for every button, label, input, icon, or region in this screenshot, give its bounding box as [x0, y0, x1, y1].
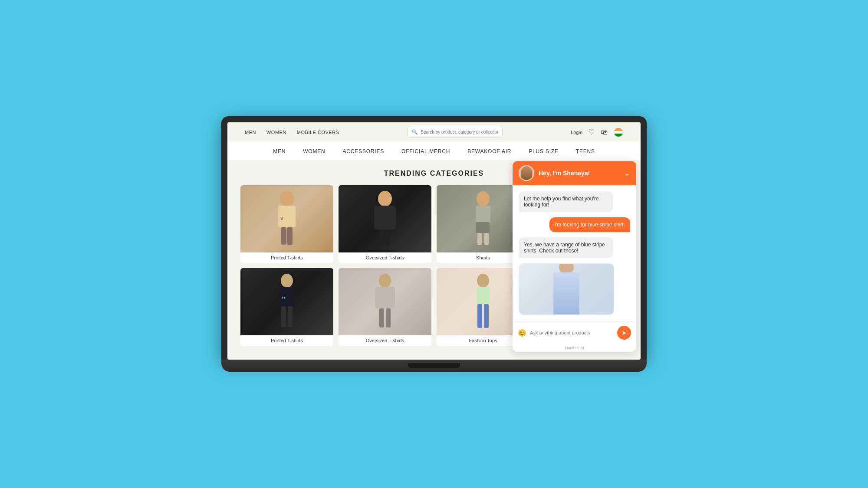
- chat-header: Hey, I'm Shanaya! ⌄: [513, 161, 636, 185]
- chat-collapse-button[interactable]: ⌄: [624, 168, 630, 178]
- screen-bezel: MEN WOMEN MOBILE COVERS 🔍 Login ♡ 🛍 MEN: [221, 116, 647, 360]
- chat-message-1: Let me help you find what you're looking…: [519, 191, 613, 212]
- svg-point-23: [379, 274, 391, 288]
- svg-rect-10: [476, 206, 490, 223]
- main-content: TRENDING CATEGORIES V: [227, 161, 641, 360]
- nav-plus-size[interactable]: PLUS SIZE: [529, 148, 559, 154]
- figure-svg: ♦♦: [272, 274, 302, 330]
- category-image-printed-tshirts-men: V: [240, 185, 333, 252]
- chat-widget: Hey, I'm Shanaya! ⌄ Let me help you find…: [513, 161, 636, 352]
- chat-input[interactable]: [530, 330, 614, 335]
- svg-rect-7: [380, 229, 384, 246]
- svg-point-27: [477, 274, 489, 288]
- category-label-oversized-tshirts-men: Oversized T-shirts: [339, 252, 431, 263]
- emoji-button[interactable]: 😊: [518, 329, 526, 337]
- svg-rect-3: [281, 227, 286, 245]
- chat-message-2: I'm looking for blue stripe shirt.: [549, 217, 630, 232]
- svg-point-5: [378, 191, 392, 206]
- nav-official-merch[interactable]: OFFICIAL MERCH: [401, 148, 450, 154]
- topnav-men[interactable]: MEN: [245, 130, 256, 135]
- svg-rect-22: [288, 306, 293, 327]
- laptop-base: [221, 360, 647, 372]
- svg-rect-11: [476, 222, 490, 233]
- send-icon: ➤: [621, 329, 627, 336]
- svg-rect-21: [281, 306, 286, 327]
- top-nav-links: MEN WOMEN MOBILE COVERS: [245, 130, 339, 135]
- category-printed-tshirts-men[interactable]: V Printed T-shirts: [240, 185, 333, 263]
- laptop-container: MEN WOMEN MOBILE COVERS 🔍 Login ♡ 🛍 MEN: [221, 116, 647, 372]
- avatar: [519, 165, 534, 181]
- nav-teens[interactable]: TEENS: [576, 148, 595, 154]
- category-oversized-tshirts-women[interactable]: Oversized T-shirts: [339, 268, 431, 346]
- search-input[interactable]: [421, 130, 498, 134]
- figure-svg: [468, 274, 498, 330]
- top-nav-actions: Login ♡ 🛍: [571, 128, 623, 137]
- nav-bewakoof-air[interactable]: BEWAKOOF AIR: [467, 148, 511, 154]
- wishlist-icon[interactable]: ♡: [589, 128, 595, 136]
- product-image: [519, 264, 614, 315]
- figure-svg: V: [272, 191, 302, 247]
- topnav-women[interactable]: WOMEN: [266, 130, 286, 135]
- category-oversized-tshirts-men[interactable]: Oversized T-shirts: [339, 185, 431, 263]
- svg-rect-4: [287, 227, 293, 245]
- screen: MEN WOMEN MOBILE COVERS 🔍 Login ♡ 🛍 MEN: [227, 122, 641, 360]
- svg-point-0: [280, 191, 294, 206]
- svg-rect-12: [477, 233, 482, 245]
- category-label-oversized-tshirts-women: Oversized T-shirts: [339, 335, 431, 346]
- laptop-hinge: [408, 363, 460, 368]
- svg-rect-30: [484, 304, 489, 328]
- svg-rect-26: [386, 308, 391, 328]
- category-label-printed-tshirts-women: Printed T-shirts: [240, 335, 333, 346]
- figure-svg: [468, 191, 498, 247]
- send-button[interactable]: ➤: [617, 326, 631, 340]
- chat-product-card[interactable]: [519, 263, 614, 315]
- svg-rect-29: [477, 304, 482, 328]
- chat-message-3: Yes, we have a range of blue stripe shir…: [519, 237, 613, 258]
- figure-svg: [370, 274, 400, 330]
- topnav-mobile-covers[interactable]: MOBILE COVERS: [297, 130, 339, 135]
- svg-text:♦♦: ♦♦: [282, 295, 286, 300]
- nav-accessories[interactable]: ACCESSORIES: [343, 148, 385, 154]
- category-image-oversized-tshirts-women: [339, 268, 431, 335]
- product-figure-body: [553, 272, 579, 315]
- svg-rect-28: [477, 287, 490, 304]
- svg-rect-25: [379, 308, 384, 328]
- login-button[interactable]: Login: [571, 130, 582, 135]
- chat-footer: 😊 ➤: [513, 321, 636, 344]
- main-navigation: MEN WOMEN ACCESSORIES OFFICIAL MERCH BEW…: [227, 142, 641, 161]
- avatar-silhouette: [521, 166, 532, 180]
- category-image-oversized-tshirts-men: [339, 185, 431, 252]
- search-icon: 🔍: [412, 129, 418, 135]
- chat-agent-name: Hey, I'm Shanaya!: [539, 170, 590, 177]
- manifest-label: Manifest AI: [513, 344, 636, 352]
- category-image-printed-tshirts-women: ♦♦: [240, 268, 333, 335]
- top-navigation: MEN WOMEN MOBILE COVERS 🔍 Login ♡ 🛍: [227, 122, 641, 142]
- nav-men[interactable]: MEN: [273, 148, 286, 154]
- svg-rect-13: [484, 233, 489, 245]
- cart-icon[interactable]: 🛍: [601, 128, 608, 136]
- figure-svg: [370, 191, 400, 247]
- search-bar[interactable]: 🔍: [407, 127, 503, 138]
- country-flag[interactable]: [614, 128, 623, 137]
- svg-text:V: V: [280, 216, 283, 221]
- nav-women[interactable]: WOMEN: [303, 148, 325, 154]
- chat-body: Let me help you find what you're looking…: [513, 185, 636, 321]
- svg-point-18: [281, 274, 293, 288]
- category-label-printed-tshirts-men: Printed T-shirts: [240, 252, 333, 263]
- chat-header-left: Hey, I'm Shanaya!: [519, 165, 590, 181]
- svg-point-9: [477, 191, 490, 206]
- svg-rect-24: [375, 287, 395, 308]
- category-printed-tshirts-women[interactable]: ♦♦ Printed T-shirts: [240, 268, 333, 346]
- svg-rect-6: [374, 206, 396, 229]
- svg-rect-8: [386, 229, 390, 246]
